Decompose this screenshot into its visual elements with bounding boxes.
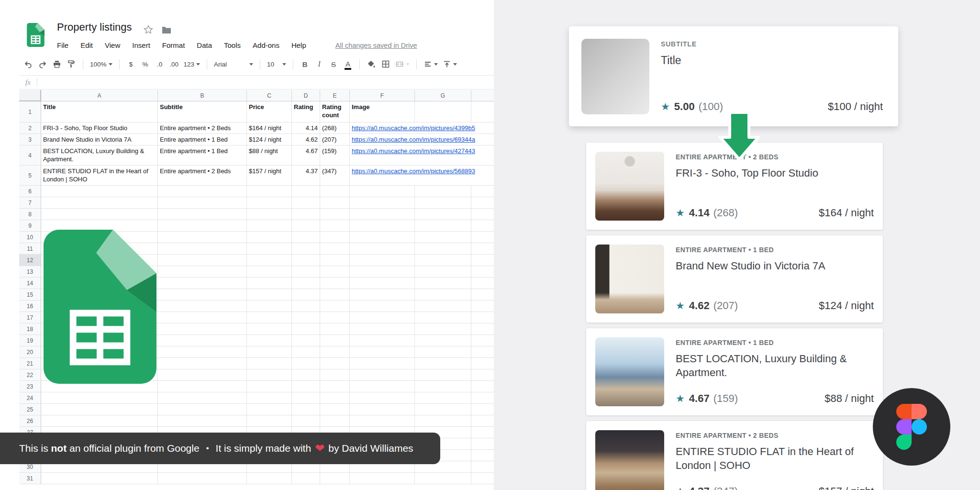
cell-C5[interactable]: $157 / night — [247, 166, 292, 186]
empty-cell[interactable] — [350, 243, 415, 255]
row-header-2[interactable]: 2 — [19, 122, 41, 134]
empty-cell[interactable] — [471, 461, 494, 473]
empty-cell[interactable] — [292, 369, 320, 381]
formula-bar[interactable]: fx — [19, 75, 494, 89]
column-header-A[interactable]: A — [41, 90, 158, 101]
select-all-corner[interactable] — [19, 90, 41, 101]
empty-cell[interactable] — [350, 289, 415, 301]
empty-cell[interactable] — [415, 473, 471, 484]
empty-cell[interactable] — [292, 346, 320, 358]
menu-view[interactable]: View — [105, 41, 120, 49]
cell-D1[interactable]: Rating — [292, 101, 320, 122]
empty-cell[interactable] — [320, 255, 350, 266]
empty-cell[interactable] — [471, 392, 494, 404]
doc-title[interactable]: Property listings — [57, 21, 132, 33]
empty-cell[interactable] — [158, 232, 247, 243]
increase-decimal-button[interactable]: .00 — [168, 57, 180, 71]
empty-cell[interactable] — [292, 312, 320, 323]
empty-cell[interactable] — [320, 473, 350, 484]
empty-cell[interactable] — [247, 415, 292, 427]
empty-cell[interactable] — [292, 358, 320, 369]
column-header-partial[interactable] — [471, 90, 494, 101]
format-currency-button[interactable]: $ — [125, 57, 137, 71]
cell-E3[interactable]: (207) — [320, 134, 350, 145]
empty-cell[interactable] — [415, 278, 471, 289]
empty-cell[interactable] — [247, 381, 292, 392]
row-header-15[interactable]: 15 — [19, 289, 41, 301]
empty-cell[interactable] — [415, 186, 471, 197]
empty-cell[interactable] — [350, 323, 415, 335]
empty-cell[interactable] — [158, 358, 247, 369]
empty-cell[interactable] — [247, 312, 292, 323]
strikethrough-button[interactable]: S — [327, 57, 340, 71]
row-header-26[interactable]: 26 — [19, 415, 41, 427]
empty-cell[interactable] — [350, 278, 415, 289]
cell-E4[interactable]: (159) — [320, 145, 350, 166]
empty-cell[interactable] — [415, 255, 471, 266]
empty-cell[interactable] — [350, 335, 415, 346]
empty-cell[interactable] — [158, 266, 247, 278]
empty-cell[interactable] — [292, 301, 320, 312]
empty-cell[interactable] — [320, 186, 350, 197]
cell-D2[interactable]: 4.14 — [292, 122, 320, 134]
empty-cell[interactable] — [292, 473, 320, 484]
menu-file[interactable]: File — [57, 41, 68, 49]
cell-C3[interactable]: $124 / night — [247, 134, 292, 145]
borders-icon[interactable] — [379, 57, 392, 71]
row-header-11[interactable]: 11 — [19, 243, 41, 255]
empty-cell[interactable] — [415, 301, 471, 312]
cell-D3[interactable]: 4.62 — [292, 134, 320, 145]
empty-cell[interactable] — [247, 220, 292, 232]
empty-cell[interactable] — [350, 415, 415, 427]
zoom-select[interactable]: 100% — [89, 57, 114, 71]
empty-cell[interactable] — [292, 415, 320, 427]
empty-cell[interactable] — [471, 301, 494, 312]
font-size-select[interactable]: 10 — [266, 57, 288, 71]
cell-G1[interactable] — [415, 101, 471, 122]
empty-cell[interactable] — [415, 323, 471, 335]
empty-cell[interactable] — [158, 312, 247, 323]
row-header-5[interactable]: 5 — [19, 166, 41, 186]
empty-cell[interactable] — [471, 381, 494, 392]
empty-cell[interactable] — [158, 346, 247, 358]
row-header-4[interactable]: 4 — [19, 145, 41, 166]
empty-cell[interactable] — [158, 186, 247, 197]
listing-card[interactable]: ENTIRE APARTMENT • 2 BEDS ENTIRE STUDIO … — [586, 421, 883, 490]
empty-cell[interactable] — [247, 186, 292, 197]
cell-A2[interactable]: FRI-3 - Soho, Top Floor Studio — [41, 122, 158, 134]
cell-B5[interactable]: Entire apartment • 2 Beds — [158, 166, 247, 186]
empty-cell[interactable] — [415, 232, 471, 243]
empty-cell[interactable] — [471, 278, 494, 289]
empty-cell[interactable] — [158, 255, 247, 266]
empty-cell[interactable] — [320, 232, 350, 243]
listing-card[interactable]: ENTIRE APARTMENT • 1 BED Brand New Studi… — [586, 235, 883, 323]
empty-cell[interactable] — [158, 335, 247, 346]
column-header-E[interactable]: E — [320, 90, 350, 101]
row-header-22[interactable]: 22 — [19, 369, 41, 381]
empty-cell[interactable] — [471, 438, 494, 450]
empty-cell[interactable] — [292, 404, 320, 415]
empty-cell[interactable] — [158, 301, 247, 312]
cell-B3[interactable]: Entire apartment • 1 Bed — [158, 134, 247, 145]
empty-cell[interactable] — [350, 197, 415, 209]
fill-color-icon[interactable] — [365, 57, 378, 71]
empty-cell[interactable] — [158, 220, 247, 232]
empty-cell[interactable] — [415, 404, 471, 415]
format-percent-button[interactable]: % — [139, 57, 152, 71]
empty-cell[interactable] — [320, 266, 350, 278]
cell-D4[interactable]: 4.67 — [292, 145, 320, 166]
empty-cell[interactable] — [471, 220, 494, 232]
empty-cell[interactable] — [415, 220, 471, 232]
empty-cell[interactable] — [471, 312, 494, 323]
empty-cell[interactable] — [471, 450, 494, 461]
row-header-17[interactable]: 17 — [19, 312, 41, 323]
row-header-16[interactable]: 16 — [19, 301, 41, 312]
empty-cell[interactable] — [158, 209, 247, 220]
empty-cell[interactable] — [415, 312, 471, 323]
column-header-D[interactable]: D — [292, 90, 320, 101]
empty-cell[interactable] — [471, 335, 494, 346]
empty-cell[interactable] — [320, 392, 350, 404]
empty-cell[interactable] — [415, 415, 471, 427]
empty-cell[interactable] — [41, 197, 158, 209]
row-header-3[interactable]: 3 — [19, 134, 41, 145]
